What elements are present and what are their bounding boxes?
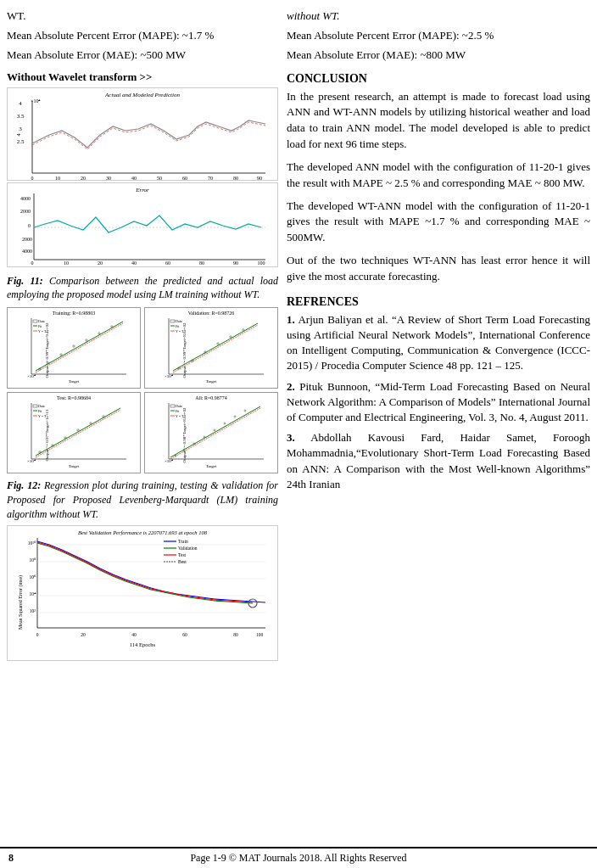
svg-text:Test: R=0.98684: Test: R=0.98684 bbox=[57, 395, 91, 400]
svg-rect-91 bbox=[33, 405, 37, 407]
svg-text:Fit: Fit bbox=[176, 409, 180, 413]
svg-text:Data: Data bbox=[38, 404, 45, 408]
svg-text:90: 90 bbox=[257, 176, 262, 181]
svg-text:Validation: R=0.98726: Validation: R=0.98726 bbox=[188, 311, 235, 316]
svg-text:Test: Test bbox=[178, 552, 187, 557]
svg-text:10: 10 bbox=[55, 176, 60, 181]
svg-text:20: 20 bbox=[98, 260, 103, 266]
svg-point-67 bbox=[230, 336, 232, 338]
svg-text:Y = T: Y = T bbox=[176, 329, 184, 333]
svg-text:40: 40 bbox=[131, 260, 137, 266]
svg-text:10⁸: 10⁸ bbox=[30, 557, 37, 563]
svg-text:0: 0 bbox=[31, 260, 34, 266]
svg-text:80: 80 bbox=[199, 260, 204, 266]
left-mae: Mean Absolute Error (MAE): ~500 MW bbox=[7, 48, 278, 64]
fig11-caption: Fig. 11: Comparison between the predicte… bbox=[7, 274, 278, 303]
ref1-num: 1. bbox=[287, 313, 295, 326]
svg-text:20: 20 bbox=[81, 632, 86, 637]
svg-text:Best Validation Performance is: Best Validation Performance is 2207071.6… bbox=[78, 529, 208, 535]
ref-1: 1. Arjun Baliyan et al. “A Review of Sho… bbox=[287, 312, 590, 374]
svg-rect-113 bbox=[170, 405, 175, 407]
svg-text:Fit: Fit bbox=[38, 324, 42, 328]
svg-text:3.5: 3.5 bbox=[17, 113, 25, 120]
references-list: 1. Arjun Baliyan et al. “A Review of Sho… bbox=[287, 312, 590, 492]
svg-text:100: 100 bbox=[256, 632, 264, 637]
ref-2: 2. Pituk Bunnoon, “Mid-Term Load Forecas… bbox=[287, 379, 590, 426]
svg-text:20: 20 bbox=[81, 176, 86, 181]
left-column: WT. Mean Absolute Percent Error (MAPE): … bbox=[7, 8, 278, 847]
svg-text:114 Epochs: 114 Epochs bbox=[130, 641, 156, 647]
regression-training: Training: R=0.98803 Output ~= 0.99*Targe… bbox=[7, 307, 141, 389]
svg-point-110 bbox=[244, 410, 246, 412]
right-mae: Mean Absolute Error (MAE): ~800 MW bbox=[287, 48, 590, 64]
svg-text:3: 3 bbox=[19, 126, 22, 132]
svg-text:4: 4 bbox=[19, 100, 22, 107]
footer-text: Page 1-9 © MAT Journals 2018. All Rights… bbox=[190, 852, 406, 865]
svg-text:80: 80 bbox=[233, 176, 238, 181]
svg-text:4000: 4000 bbox=[22, 249, 32, 254]
svg-text:60: 60 bbox=[165, 260, 170, 266]
svg-text:10⁶: 10⁶ bbox=[30, 574, 37, 580]
wt-label: WT. bbox=[7, 8, 278, 25]
reg-val-svg: Validation: R=0.98726 Output ~= 0.99*Tar… bbox=[145, 308, 277, 384]
svg-text:2000: 2000 bbox=[20, 209, 31, 214]
prediction-svg: 4 4 3.5 3 2.5 0 10 20 30 40 50 60 70 bbox=[8, 88, 277, 181]
svg-text:Fit: Fit bbox=[176, 324, 180, 328]
reg-all-svg: All: R=0.98774 Output ~= 0.98*Target+8.6… bbox=[145, 393, 277, 469]
wavelet-title: Without Wavelet transform >> bbox=[7, 70, 278, 84]
svg-text:Mean Squared Error (mse): Mean Squared Error (mse) bbox=[18, 574, 24, 629]
svg-point-108 bbox=[224, 423, 226, 424]
right-without-wt: without WT. bbox=[287, 8, 590, 25]
reg-train-svg: Training: R=0.98803 Output ~= 0.99*Targe… bbox=[8, 308, 140, 384]
svg-text:Validation: Validation bbox=[178, 546, 198, 551]
svg-text:0: 0 bbox=[36, 632, 39, 637]
ref3-num: 3. bbox=[287, 431, 295, 444]
references-section: REFRENCES 1. Arjun Baliyan et al. “A Rev… bbox=[287, 295, 590, 492]
svg-text:Error: Error bbox=[135, 187, 149, 193]
references-title: REFRENCES bbox=[287, 295, 590, 309]
svg-text:Data: Data bbox=[176, 404, 182, 408]
svg-text:0: 0 bbox=[28, 223, 31, 228]
fig11-num: Fig. 11: bbox=[7, 275, 43, 287]
svg-text:40: 40 bbox=[131, 176, 137, 181]
regression-all: All: R=0.98774 Output ~= 0.98*Target+8.6… bbox=[144, 392, 278, 473]
svg-text:×10⁴: ×10⁴ bbox=[165, 459, 173, 463]
prediction-chart: 4 4 3.5 3 2.5 0 10 20 30 40 50 60 70 bbox=[7, 87, 278, 181]
left-intro: WT. Mean Absolute Percent Error (MAPE): … bbox=[7, 8, 278, 64]
fig11-text: Comparison between the predicted and act… bbox=[7, 275, 278, 301]
svg-point-109 bbox=[234, 416, 236, 417]
svg-text:2000: 2000 bbox=[22, 237, 32, 242]
conclusion-p4: Out of the two techniques WT-ANN has lea… bbox=[287, 253, 590, 285]
svg-text:Y = T: Y = T bbox=[38, 414, 47, 418]
svg-point-107 bbox=[214, 429, 215, 431]
svg-text:Actual and Modeled Prediction: Actual and Modeled Prediction bbox=[104, 92, 180, 98]
svg-text:Best: Best bbox=[178, 559, 187, 564]
svg-text:10⁴: 10⁴ bbox=[30, 591, 37, 596]
svg-point-66 bbox=[217, 343, 219, 344]
svg-text:70: 70 bbox=[208, 176, 213, 181]
error-chart: Error 4000 2000 0 2000 4000 0 10 20 40 6… bbox=[7, 182, 278, 267]
svg-text:10²: 10² bbox=[30, 608, 36, 613]
fig12-text: Regression plot during training, testing… bbox=[7, 479, 278, 520]
svg-text:×10⁴: ×10⁴ bbox=[27, 459, 36, 463]
svg-text:10: 10 bbox=[64, 260, 69, 266]
training-chart: Best Validation Performance is 2207071.6… bbox=[7, 525, 278, 661]
svg-point-44 bbox=[60, 354, 62, 356]
svg-text:2.5: 2.5 bbox=[17, 138, 25, 145]
main-columns: WT. Mean Absolute Percent Error (MAPE): … bbox=[0, 0, 597, 847]
svg-text:10¹⁰: 10¹⁰ bbox=[28, 540, 36, 546]
svg-rect-51 bbox=[33, 320, 37, 322]
svg-text:Train: Train bbox=[178, 539, 188, 544]
conclusion-title: CONCLUSION bbox=[287, 72, 590, 86]
svg-text:×10⁴: ×10⁴ bbox=[27, 374, 36, 378]
conclusion-p2: The developed ANN model with the configu… bbox=[287, 160, 590, 192]
error-svg: Error 4000 2000 0 2000 4000 0 10 20 40 6… bbox=[8, 183, 277, 267]
right-column: without WT. Mean Absolute Percent Error … bbox=[287, 8, 590, 847]
training-svg: Best Validation Performance is 2207071.6… bbox=[8, 526, 277, 661]
svg-text:100: 100 bbox=[258, 260, 265, 266]
right-mape: Mean Absolute Percent Error (MAPE): ~2.5… bbox=[287, 28, 590, 44]
svg-text:Y = T: Y = T bbox=[176, 414, 184, 418]
fig12-caption: Fig. 12: Regression plot during training… bbox=[7, 479, 278, 521]
svg-point-46 bbox=[86, 339, 87, 341]
svg-text:All: R=0.98774: All: R=0.98774 bbox=[195, 395, 227, 400]
